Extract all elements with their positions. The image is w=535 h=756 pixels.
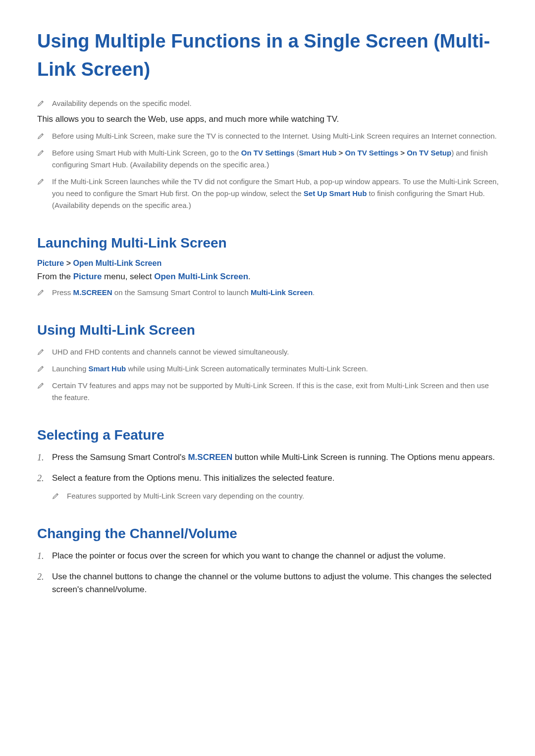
keyword: On TV Settings <box>241 149 295 157</box>
text-segment: Select a feature from the Options menu. … <box>52 473 334 483</box>
keyword: Smart Hub <box>88 364 126 373</box>
pencil-icon <box>37 381 45 388</box>
step-subnote-list: Features supported by Multi-Link Screen … <box>52 490 500 502</box>
breadcrumb-item: Picture <box>37 259 64 267</box>
document-page: Using Multiple Functions in a Single Scr… <box>0 0 535 644</box>
pencil-icon <box>37 288 45 295</box>
text-segment: Availability depends on the specific mod… <box>52 99 192 107</box>
note-item: Launching Smart Hub while using Multi-Li… <box>37 363 500 375</box>
note-text: Press M.SCREEN on the Samsung Smart Cont… <box>52 288 315 297</box>
selecting-steps: Press the Samsung Smart Control's M.SCRE… <box>37 451 500 502</box>
top-note-list: Availability depends on the specific mod… <box>37 98 500 109</box>
launching-note-list: Press M.SCREEN on the Samsung Smart Cont… <box>37 287 500 299</box>
note-text: Before using Smart Hub with Multi-Link S… <box>52 149 488 169</box>
text-segment: Press the Samsung Smart Control's <box>52 453 188 462</box>
keyword: Open Multi-Link Screen <box>154 272 248 281</box>
note-item: Availability depends on the specific mod… <box>37 98 500 109</box>
keyword: Picture <box>73 272 102 281</box>
text-segment: From the <box>37 272 73 281</box>
note-item: If the Multi-Link Screen launches while … <box>37 176 500 211</box>
keyword: On TV Setup <box>407 149 451 157</box>
step-item: Place the pointer or focus over the scre… <box>37 550 500 562</box>
text-segment: Before using Smart Hub with Multi-Link S… <box>52 149 241 157</box>
note-text: If the Multi-Link Screen launches while … <box>52 177 499 209</box>
pencil-icon <box>37 148 45 155</box>
text-segment: . <box>313 288 315 297</box>
step-text: Use the channel buttons to change the ch… <box>52 572 491 594</box>
text-segment: while using Multi-Link Screen automatica… <box>126 364 368 373</box>
breadcrumb-separator: > <box>64 259 73 267</box>
breadcrumb-item: Open Multi-Link Screen <box>73 259 161 267</box>
step-item: Press the Samsung Smart Control's M.SCRE… <box>37 451 500 464</box>
section-heading-selecting: Selecting a Feature <box>37 427 500 443</box>
pencil-icon <box>52 491 59 499</box>
pencil-icon <box>37 347 45 354</box>
text-segment: button while Multi-Link Screen is runnin… <box>232 453 495 462</box>
text-segment: Before using Multi-Link Screen, make sur… <box>52 132 497 140</box>
section-heading-changing: Changing the Channel/Volume <box>37 526 500 542</box>
section-heading-launching: Launching Multi-Link Screen <box>37 235 500 251</box>
step-text: Place the pointer or focus over the scre… <box>52 551 446 560</box>
text-segment: Press <box>52 288 73 297</box>
text-segment: . <box>248 272 251 281</box>
pencil-icon <box>37 177 45 184</box>
text-segment: Place the pointer or focus over the scre… <box>52 551 446 560</box>
step-text: Press the Samsung Smart Control's M.SCRE… <box>52 453 495 462</box>
separator: > <box>336 149 345 157</box>
text-segment: ( <box>294 149 299 157</box>
text-segment: Launching <box>52 364 88 373</box>
note-text: Availability depends on the specific mod… <box>52 99 192 107</box>
breadcrumb-launching: Picture > Open Multi-Link Screen <box>37 259 500 268</box>
keyword: M.SCREEN <box>188 453 232 462</box>
note-item: Press M.SCREEN on the Samsung Smart Cont… <box>37 287 500 299</box>
note-item: Before using Multi-Link Screen, make sur… <box>37 130 500 142</box>
note-text: Before using Multi-Link Screen, make sur… <box>52 132 497 140</box>
note-text: UHD and FHD contents and channels cannot… <box>52 348 289 356</box>
changing-steps: Place the pointer or focus over the scre… <box>37 550 500 597</box>
keyword: On TV Settings <box>345 149 399 157</box>
text-segment: UHD and FHD contents and channels cannot… <box>52 348 289 356</box>
pencil-icon <box>37 131 45 139</box>
note-text: Features supported by Multi-Link Screen … <box>67 492 304 500</box>
note-item: Certain TV features and apps may not be … <box>37 380 500 403</box>
note-item: UHD and FHD contents and channels cannot… <box>37 346 500 358</box>
section-heading-using: Using Multi-Link Screen <box>37 322 500 338</box>
keyword: Smart Hub <box>299 149 337 157</box>
keyword: M.SCREEN <box>73 288 112 297</box>
note-item: Before using Smart Hub with Multi-Link S… <box>37 147 500 171</box>
pencil-icon <box>37 364 45 371</box>
pencil-icon <box>37 99 45 106</box>
step-item: Select a feature from the Options menu. … <box>37 472 500 502</box>
text-segment: Features supported by Multi-Link Screen … <box>67 492 304 500</box>
keyword: Set Up Smart Hub <box>304 189 367 198</box>
note-text: Certain TV features and apps may not be … <box>52 381 489 402</box>
intro-text: This allows you to search the Web, use a… <box>37 114 500 124</box>
text-segment: menu, select <box>102 272 154 281</box>
page-title: Using Multiple Functions in a Single Scr… <box>37 27 500 84</box>
intro-note-list: Before using Multi-Link Screen, make sur… <box>37 130 500 211</box>
text-segment: on the Samsung Smart Control to launch <box>112 288 251 297</box>
text-segment: Use the channel buttons to change the ch… <box>52 572 491 594</box>
separator: > <box>398 149 407 157</box>
text-segment: Certain TV features and apps may not be … <box>52 381 489 402</box>
step-item: Use the channel buttons to change the ch… <box>37 570 500 597</box>
note-text: Launching Smart Hub while using Multi-Li… <box>52 364 368 373</box>
step-text: Select a feature from the Options menu. … <box>52 473 334 483</box>
launching-text: From the Picture menu, select Open Multi… <box>37 272 500 282</box>
keyword: Multi-Link Screen <box>251 288 313 297</box>
using-note-list: UHD and FHD contents and channels cannot… <box>37 346 500 403</box>
note-item: Features supported by Multi-Link Screen … <box>52 490 500 502</box>
